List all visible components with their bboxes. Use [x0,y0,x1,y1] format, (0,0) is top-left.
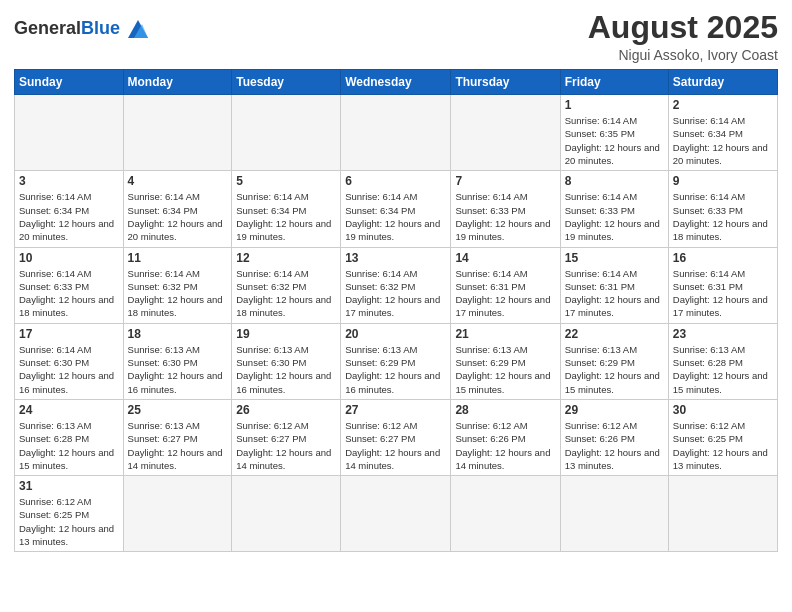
calendar-day-cell: 22Sunrise: 6:13 AM Sunset: 6:29 PM Dayli… [560,323,668,399]
empty-day-cell [232,476,341,552]
day-info: Sunrise: 6:13 AM Sunset: 6:28 PM Dayligh… [19,419,119,472]
day-info: Sunrise: 6:14 AM Sunset: 6:34 PM Dayligh… [236,190,336,243]
day-info: Sunrise: 6:14 AM Sunset: 6:32 PM Dayligh… [236,267,336,320]
empty-day-cell [560,476,668,552]
weekday-header-friday: Friday [560,70,668,95]
day-number: 24 [19,403,119,417]
weekday-header-tuesday: Tuesday [232,70,341,95]
day-number: 1 [565,98,664,112]
calendar-day-cell: 30Sunrise: 6:12 AM Sunset: 6:25 PM Dayli… [668,399,777,475]
logo: GeneralBlue [14,14,152,42]
calendar-day-cell: 3Sunrise: 6:14 AM Sunset: 6:34 PM Daylig… [15,171,124,247]
calendar-day-cell: 12Sunrise: 6:14 AM Sunset: 6:32 PM Dayli… [232,247,341,323]
calendar-week-row: 17Sunrise: 6:14 AM Sunset: 6:30 PM Dayli… [15,323,778,399]
day-info: Sunrise: 6:13 AM Sunset: 6:29 PM Dayligh… [455,343,555,396]
day-number: 30 [673,403,773,417]
calendar-day-cell: 27Sunrise: 6:12 AM Sunset: 6:27 PM Dayli… [341,399,451,475]
day-info: Sunrise: 6:13 AM Sunset: 6:29 PM Dayligh… [565,343,664,396]
empty-day-cell [451,476,560,552]
day-info: Sunrise: 6:14 AM Sunset: 6:30 PM Dayligh… [19,343,119,396]
calendar-day-cell: 31Sunrise: 6:12 AM Sunset: 6:25 PM Dayli… [15,476,124,552]
day-number: 7 [455,174,555,188]
calendar-day-cell: 15Sunrise: 6:14 AM Sunset: 6:31 PM Dayli… [560,247,668,323]
empty-day-cell [668,476,777,552]
empty-day-cell [232,95,341,171]
day-info: Sunrise: 6:14 AM Sunset: 6:34 PM Dayligh… [345,190,446,243]
day-number: 12 [236,251,336,265]
day-info: Sunrise: 6:14 AM Sunset: 6:32 PM Dayligh… [128,267,228,320]
day-number: 27 [345,403,446,417]
calendar-day-cell: 13Sunrise: 6:14 AM Sunset: 6:32 PM Dayli… [341,247,451,323]
calendar-day-cell: 9Sunrise: 6:14 AM Sunset: 6:33 PM Daylig… [668,171,777,247]
calendar-week-row: 3Sunrise: 6:14 AM Sunset: 6:34 PM Daylig… [15,171,778,247]
calendar-day-cell: 2Sunrise: 6:14 AM Sunset: 6:34 PM Daylig… [668,95,777,171]
day-info: Sunrise: 6:12 AM Sunset: 6:27 PM Dayligh… [236,419,336,472]
calendar-day-cell: 29Sunrise: 6:12 AM Sunset: 6:26 PM Dayli… [560,399,668,475]
day-number: 17 [19,327,119,341]
day-number: 23 [673,327,773,341]
page: GeneralBlue August 2025 Nigui Assoko, Iv… [0,0,792,612]
day-info: Sunrise: 6:13 AM Sunset: 6:27 PM Dayligh… [128,419,228,472]
empty-day-cell [123,95,232,171]
calendar-day-cell: 20Sunrise: 6:13 AM Sunset: 6:29 PM Dayli… [341,323,451,399]
generalblue-logo-icon [124,14,152,42]
day-number: 28 [455,403,555,417]
calendar-body: 1Sunrise: 6:14 AM Sunset: 6:35 PM Daylig… [15,95,778,552]
day-info: Sunrise: 6:12 AM Sunset: 6:27 PM Dayligh… [345,419,446,472]
day-info: Sunrise: 6:14 AM Sunset: 6:33 PM Dayligh… [673,190,773,243]
calendar-day-cell: 25Sunrise: 6:13 AM Sunset: 6:27 PM Dayli… [123,399,232,475]
day-info: Sunrise: 6:12 AM Sunset: 6:26 PM Dayligh… [455,419,555,472]
calendar-day-cell: 26Sunrise: 6:12 AM Sunset: 6:27 PM Dayli… [232,399,341,475]
calendar-day-cell: 16Sunrise: 6:14 AM Sunset: 6:31 PM Dayli… [668,247,777,323]
calendar-table: SundayMondayTuesdayWednesdayThursdayFrid… [14,69,778,552]
day-info: Sunrise: 6:14 AM Sunset: 6:31 PM Dayligh… [455,267,555,320]
location-subtitle: Nigui Assoko, Ivory Coast [588,47,778,63]
calendar-day-cell: 4Sunrise: 6:14 AM Sunset: 6:34 PM Daylig… [123,171,232,247]
day-info: Sunrise: 6:12 AM Sunset: 6:26 PM Dayligh… [565,419,664,472]
calendar-day-cell: 21Sunrise: 6:13 AM Sunset: 6:29 PM Dayli… [451,323,560,399]
day-info: Sunrise: 6:14 AM Sunset: 6:34 PM Dayligh… [19,190,119,243]
day-number: 6 [345,174,446,188]
day-info: Sunrise: 6:12 AM Sunset: 6:25 PM Dayligh… [19,495,119,548]
calendar-day-cell: 19Sunrise: 6:13 AM Sunset: 6:30 PM Dayli… [232,323,341,399]
calendar-day-cell: 1Sunrise: 6:14 AM Sunset: 6:35 PM Daylig… [560,95,668,171]
calendar-day-cell: 8Sunrise: 6:14 AM Sunset: 6:33 PM Daylig… [560,171,668,247]
day-info: Sunrise: 6:14 AM Sunset: 6:34 PM Dayligh… [673,114,773,167]
title-area: August 2025 Nigui Assoko, Ivory Coast [588,10,778,63]
day-number: 3 [19,174,119,188]
day-info: Sunrise: 6:14 AM Sunset: 6:33 PM Dayligh… [565,190,664,243]
calendar-day-cell: 28Sunrise: 6:12 AM Sunset: 6:26 PM Dayli… [451,399,560,475]
day-number: 4 [128,174,228,188]
day-number: 26 [236,403,336,417]
day-number: 11 [128,251,228,265]
weekday-header-monday: Monday [123,70,232,95]
day-number: 31 [19,479,119,493]
day-number: 9 [673,174,773,188]
empty-day-cell [123,476,232,552]
calendar-week-row: 1Sunrise: 6:14 AM Sunset: 6:35 PM Daylig… [15,95,778,171]
day-info: Sunrise: 6:14 AM Sunset: 6:31 PM Dayligh… [565,267,664,320]
day-info: Sunrise: 6:14 AM Sunset: 6:32 PM Dayligh… [345,267,446,320]
empty-day-cell [15,95,124,171]
calendar-day-cell: 14Sunrise: 6:14 AM Sunset: 6:31 PM Dayli… [451,247,560,323]
empty-day-cell [341,476,451,552]
calendar-day-cell: 5Sunrise: 6:14 AM Sunset: 6:34 PM Daylig… [232,171,341,247]
calendar-day-cell: 17Sunrise: 6:14 AM Sunset: 6:30 PM Dayli… [15,323,124,399]
day-number: 20 [345,327,446,341]
day-number: 5 [236,174,336,188]
day-number: 21 [455,327,555,341]
weekday-header-wednesday: Wednesday [341,70,451,95]
day-number: 14 [455,251,555,265]
calendar-day-cell: 6Sunrise: 6:14 AM Sunset: 6:34 PM Daylig… [341,171,451,247]
day-number: 22 [565,327,664,341]
logo-text: GeneralBlue [14,19,120,37]
weekday-header-sunday: Sunday [15,70,124,95]
day-info: Sunrise: 6:14 AM Sunset: 6:35 PM Dayligh… [565,114,664,167]
day-info: Sunrise: 6:13 AM Sunset: 6:30 PM Dayligh… [128,343,228,396]
calendar-header: SundayMondayTuesdayWednesdayThursdayFrid… [15,70,778,95]
month-title: August 2025 [588,10,778,45]
day-info: Sunrise: 6:13 AM Sunset: 6:29 PM Dayligh… [345,343,446,396]
calendar-day-cell: 18Sunrise: 6:13 AM Sunset: 6:30 PM Dayli… [123,323,232,399]
day-number: 16 [673,251,773,265]
header-area: GeneralBlue August 2025 Nigui Assoko, Iv… [14,10,778,63]
